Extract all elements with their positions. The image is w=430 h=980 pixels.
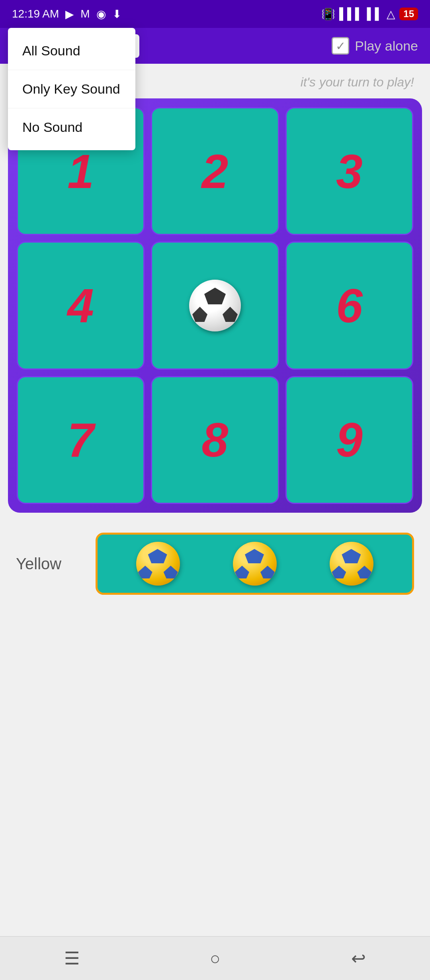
vibrate-icon: 📳 — [321, 8, 335, 21]
yellow-ball-3 — [330, 542, 373, 586]
yb-patch-right-3 — [357, 566, 371, 578]
game-cell-3[interactable]: 3 — [285, 107, 413, 235]
game-cell-9[interactable]: 9 — [285, 376, 413, 504]
dropdown-item-all-sound[interactable]: All Sound — [8, 32, 135, 70]
alert-icon: △ — [387, 8, 395, 21]
status-bar-right: 📳 ▌▌▌ ▌▌ △ 15 — [321, 8, 418, 21]
play-alone-toggle[interactable]: Play alone — [332, 37, 418, 55]
cell-number-1: 1 — [67, 144, 94, 199]
game-cell-5[interactable]: 5 — [151, 241, 279, 369]
download-icon: ⬇ — [112, 8, 121, 21]
game-cell-6[interactable]: 6 — [285, 241, 413, 369]
play-alone-label: Play alone — [355, 38, 418, 54]
nav-menu-button[interactable]: ☰ — [48, 943, 96, 974]
cell-number-7: 7 — [67, 412, 94, 467]
signal-icon: ▌▌▌ — [339, 8, 363, 20]
cell-number-6: 6 — [336, 278, 363, 333]
cell-number-9: 9 — [336, 412, 363, 467]
menu-icon: ☰ — [64, 948, 80, 968]
shield-icon: ◉ — [96, 8, 106, 21]
cell-number-4: 4 — [67, 278, 94, 333]
soccer-patch-right — [223, 307, 238, 322]
score-balls-bar — [96, 533, 414, 595]
nav-bar: ☰ ○ ↩ — [0, 936, 430, 980]
game-grid: 1 2 3 4 5 6 7 8 9 — [17, 107, 413, 504]
play-alone-checkbox[interactable] — [332, 37, 349, 55]
cell-number-2: 2 — [202, 144, 229, 199]
status-bar: 12:19 AM ▶ M ◉ ⬇ 📳 ▌▌▌ ▌▌ △ 15 — [0, 0, 430, 28]
status-bar-left: 12:19 AM ▶ M ◉ ⬇ — [12, 8, 121, 21]
home-icon: ○ — [210, 949, 221, 968]
dropdown-item-only-key-sound[interactable]: Only Key Sound — [8, 70, 135, 108]
time-display: 12:19 AM — [12, 8, 59, 20]
youtube-icon: ▶ — [65, 8, 74, 21]
yellow-label: Yellow — [16, 555, 80, 573]
signal2-icon: ▌▌ — [367, 8, 383, 20]
yb-patch-right-2 — [260, 566, 275, 578]
nav-home-button[interactable]: ○ — [191, 943, 239, 974]
soccer-ball-center — [187, 278, 243, 333]
cell-number-3: 3 — [336, 144, 363, 199]
game-cell-8[interactable]: 8 — [151, 376, 279, 504]
game-cell-4[interactable]: 4 — [17, 241, 145, 369]
battery-badge: 15 — [399, 8, 418, 20]
score-section: Yellow — [0, 521, 430, 607]
yellow-ball-1 — [136, 542, 180, 586]
yellow-ball-2 — [233, 542, 277, 586]
dropdown-item-no-sound[interactable]: No Sound — [8, 108, 135, 146]
yb-patch-right-1 — [164, 566, 178, 578]
gmail-icon: M — [80, 8, 90, 20]
game-grid-wrapper: 1 2 3 4 5 6 7 8 9 — [8, 98, 422, 513]
game-cell-2[interactable]: 2 — [151, 107, 279, 235]
game-cell-7[interactable]: 7 — [17, 376, 145, 504]
soccer-ball — [189, 280, 241, 331]
sound-dropdown-menu: All Sound Only Key Sound No Sound — [8, 28, 135, 150]
cell-number-8: 8 — [202, 412, 229, 467]
back-icon: ↩ — [351, 948, 366, 968]
nav-back-button[interactable]: ↩ — [334, 943, 382, 974]
